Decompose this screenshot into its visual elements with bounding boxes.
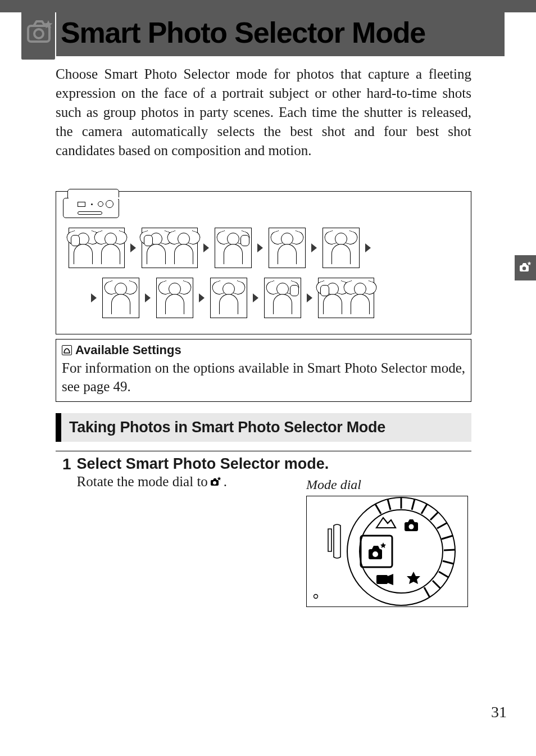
arrow-icon	[311, 243, 317, 252]
arrow-icon	[91, 293, 97, 302]
step-number: 1	[56, 455, 71, 490]
note-box: Available Settings For information on th…	[56, 339, 471, 402]
svg-point-6	[314, 595, 318, 599]
page-title: Smart Photo Selector Mode	[61, 16, 425, 49]
section-heading: Taking Photos in Smart Photo Selector Mo…	[56, 413, 471, 442]
note-icon	[62, 345, 72, 355]
arrow-icon	[253, 293, 258, 302]
sequence-row-bottom	[89, 278, 374, 318]
svg-marker-31	[528, 261, 532, 265]
note-title: Available Settings	[75, 343, 181, 357]
frame	[269, 228, 306, 268]
mode-dial-figure: Mode dial	[306, 477, 472, 607]
frame	[318, 278, 374, 318]
mode-dial-box	[306, 496, 468, 607]
page-number: 31	[491, 703, 507, 721]
step-heading: Select Smart Photo Selector mode.	[77, 455, 471, 473]
step-hr	[56, 451, 471, 451]
arrow-icon	[145, 293, 151, 302]
frame	[322, 228, 360, 268]
arrow-icon	[199, 293, 205, 302]
camera-illustration	[63, 189, 122, 224]
step-text-after: .	[224, 474, 227, 490]
arrow-icon	[307, 293, 312, 302]
step-text-before: Rotate the mode dial to	[77, 474, 208, 490]
arrow-icon	[365, 243, 371, 252]
svg-line-15	[444, 550, 455, 550]
frame	[264, 278, 301, 318]
svg-marker-4	[217, 477, 221, 481]
sequence-row-top	[69, 228, 373, 268]
note-body: For information on the options available…	[62, 359, 465, 396]
svg-point-1	[34, 29, 43, 38]
svg-point-5	[213, 481, 216, 485]
mode-dial-label: Mode dial	[306, 477, 472, 492]
svg-point-24	[373, 551, 378, 557]
side-tab	[515, 255, 536, 280]
section-title: Taking Photos in Smart Photo Selector Mo…	[61, 413, 393, 442]
frame	[142, 228, 198, 268]
svg-point-27	[409, 524, 414, 529]
frame	[215, 228, 252, 268]
top-band	[0, 0, 536, 12]
arrow-icon	[257, 243, 263, 252]
smart-photo-selector-icon	[519, 260, 532, 276]
svg-rect-28	[376, 575, 388, 584]
smart-photo-selector-icon	[25, 17, 54, 46]
arrow-icon	[130, 243, 136, 252]
frame	[69, 228, 125, 268]
intro-paragraph: Choose Smart Photo Selector mode for pho…	[56, 65, 471, 160]
section-accent	[56, 413, 61, 442]
arrow-icon	[203, 243, 209, 252]
frame	[156, 278, 193, 318]
frame	[102, 278, 139, 318]
smart-photo-selector-icon	[210, 476, 221, 487]
frame	[210, 278, 247, 318]
svg-point-32	[523, 266, 526, 270]
